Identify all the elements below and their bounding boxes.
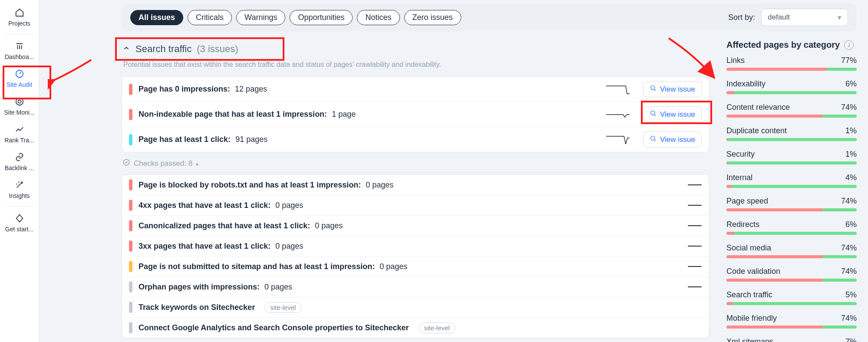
- view-issue-label: View issue: [660, 85, 695, 94]
- issue-row[interactable]: Page has 0 impressions: 12 pagesView iss…: [122, 77, 709, 102]
- category-percent: 6%: [845, 220, 857, 229]
- sort-label: Sort by:: [728, 13, 755, 22]
- view-issue-button[interactable]: View issue: [643, 106, 702, 122]
- category-name: Page speed: [726, 197, 768, 206]
- category-item[interactable]: Xml sitemaps7%: [726, 337, 857, 342]
- issue-row[interactable]: Track keywords on Sitecheckersite-level: [122, 297, 709, 318]
- severity-indicator: [129, 220, 132, 231]
- progress-bar: [726, 91, 857, 94]
- category-item[interactable]: Duplicate content1%: [726, 126, 857, 141]
- category-item[interactable]: Page speed74%: [726, 197, 857, 211]
- sort-select[interactable]: default ▾: [761, 9, 848, 26]
- sparkline-flat-icon: [688, 286, 702, 287]
- issue-title: Orphan pages with impressions: 0 pages: [139, 283, 292, 292]
- sparkline-icon: [606, 134, 630, 146]
- category-item[interactable]: Security1%: [726, 150, 857, 164]
- sidebar-item-label: Rank Tra...: [4, 137, 34, 144]
- search-icon: [650, 135, 657, 144]
- category-name: Duplicate content: [726, 126, 787, 135]
- filter-all-issues[interactable]: All issues: [130, 10, 183, 25]
- category-name: Content relevance: [726, 103, 790, 112]
- filter-opportunities[interactable]: Opportunities: [290, 10, 353, 25]
- checks-passed-toggle[interactable]: Checks passed: 8 ▴: [122, 158, 198, 168]
- sidebar-item-insights[interactable]: Insights: [4, 176, 35, 204]
- issue-row[interactable]: Page is not submitted to sitemap and has…: [122, 256, 709, 277]
- progress-bar: [726, 138, 857, 141]
- category-name: Redirects: [726, 220, 759, 229]
- category-item[interactable]: Social media74%: [726, 243, 857, 258]
- filter-notices[interactable]: Notices: [357, 10, 399, 25]
- category-item[interactable]: Internal4%: [726, 173, 857, 188]
- svg-point-2: [18, 100, 21, 103]
- severity-indicator: [129, 84, 132, 95]
- sidebar-item-dashboard[interactable]: Dashboa...: [4, 37, 35, 65]
- severity-indicator: [129, 281, 132, 293]
- sidebar-item-site-audit[interactable]: Site Audit: [4, 65, 35, 92]
- info-icon[interactable]: i: [844, 40, 854, 50]
- sort-value: default: [768, 13, 790, 22]
- issue-row[interactable]: Non-indexable page that has at least 1 i…: [122, 102, 709, 127]
- issue-row[interactable]: Page has at least 1 click: 91 pagesView …: [122, 127, 709, 152]
- issue-row[interactable]: Connect Google Analytics and Search Cons…: [122, 318, 709, 338]
- severity-indicator: [129, 179, 132, 191]
- svg-point-3: [651, 86, 655, 90]
- issue-title: Connect Google Analytics and Search Cons…: [139, 323, 409, 332]
- view-issue-label: View issue: [660, 110, 695, 119]
- checks-passed-label: Checks passed: 8: [134, 159, 192, 168]
- caret-up-icon: ▴: [196, 161, 198, 167]
- progress-bar: [726, 68, 857, 71]
- issue-title: Non-indexable page that has at least 1 i…: [139, 110, 356, 119]
- category-item[interactable]: Search traffic5%: [726, 290, 857, 305]
- category-name: Mobile friendly: [726, 314, 777, 323]
- issue-title: Page has at least 1 click: 91 pages: [139, 135, 267, 144]
- progress-bar: [726, 279, 857, 282]
- sidebar-item-rank-tracker[interactable]: Rank Tra...: [4, 120, 35, 148]
- category-name: Security: [726, 150, 755, 159]
- issue-title: Page is blocked by robots.txt and has at…: [139, 181, 393, 190]
- sidebar-item-label: Get start...: [5, 226, 33, 233]
- section-description: Potential issues that exist within the s…: [123, 61, 709, 69]
- issue-title: Canonicalized pages that have at least 1…: [139, 221, 343, 230]
- progress-bar: [726, 208, 857, 211]
- category-item[interactable]: Redirects6%: [726, 220, 857, 235]
- view-issue-button[interactable]: View issue: [643, 81, 702, 97]
- progress-bar: [726, 302, 857, 305]
- issue-row[interactable]: 4xx pages that have at least 1 click: 0 …: [122, 195, 709, 216]
- category-item[interactable]: Code validation74%: [726, 267, 857, 282]
- category-percent: 1%: [845, 126, 857, 135]
- severity-indicator: [129, 261, 132, 272]
- issue-row[interactable]: 3xx pages that have at least 1 click: 0 …: [122, 236, 709, 256]
- category-percent: 6%: [845, 79, 857, 89]
- section-toggle-search-traffic[interactable]: Search traffic (3 issues): [122, 40, 709, 58]
- category-percent: 77%: [841, 56, 857, 65]
- sidebar-item-get-started[interactable]: Get start...: [4, 209, 35, 237]
- sidebar-item-backlink[interactable]: Backlink ...: [4, 148, 35, 176]
- category-item[interactable]: Indexability6%: [726, 79, 857, 94]
- filter-criticals[interactable]: Criticals: [188, 10, 232, 25]
- sidebar-item-label: Site Audit: [7, 81, 32, 88]
- severity-indicator: [129, 240, 132, 252]
- severity-indicator: [129, 109, 132, 120]
- view-issue-label: View issue: [660, 135, 695, 144]
- progress-bar: [726, 185, 857, 188]
- category-name: Search traffic: [726, 290, 772, 299]
- severity-indicator: [129, 322, 132, 333]
- issue-row[interactable]: Page is blocked by robots.txt and has at…: [122, 175, 709, 195]
- severity-indicator: [129, 200, 132, 211]
- issue-row[interactable]: Canonicalized pages that have at least 1…: [122, 216, 709, 236]
- progress-bar: [726, 115, 857, 118]
- filter-warnings[interactable]: Warnings: [236, 10, 285, 25]
- view-issue-button[interactable]: View issue: [643, 132, 702, 148]
- category-item[interactable]: Mobile friendly74%: [726, 314, 857, 329]
- category-item[interactable]: Content relevance74%: [726, 103, 857, 118]
- sidebar-item-site-monitoring[interactable]: Site Moni...: [4, 92, 35, 120]
- sidebar-item-projects[interactable]: Projects: [4, 3, 35, 31]
- category-name: Indexability: [726, 79, 766, 89]
- issue-row[interactable]: Orphan pages with impressions: 0 pages: [122, 277, 709, 297]
- issue-title: 4xx pages that have at least 1 click: 0 …: [139, 201, 303, 210]
- category-item[interactable]: Links77%: [726, 56, 857, 71]
- issue-title: Page has 0 impressions: 12 pages: [139, 85, 267, 94]
- filter-zero-issues[interactable]: Zero issues: [404, 10, 461, 25]
- progress-bar: [726, 161, 857, 164]
- sparkline-flat-icon: [688, 184, 702, 185]
